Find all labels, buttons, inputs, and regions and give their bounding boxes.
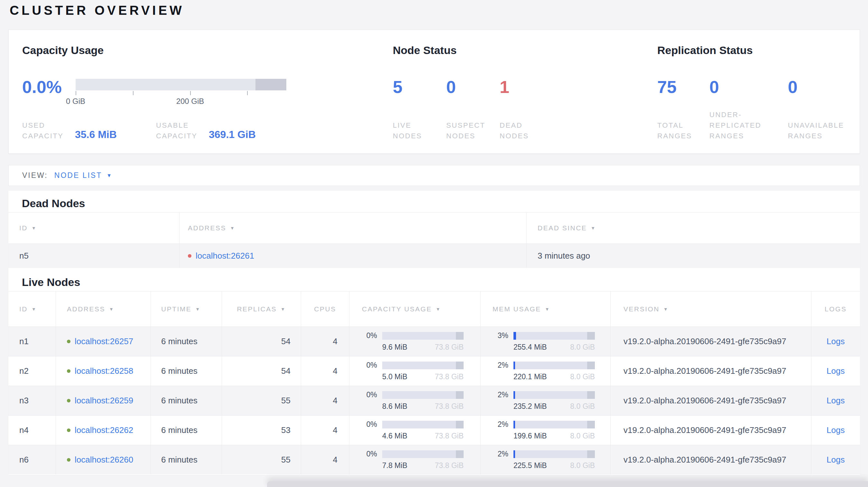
node-address-cell: localhost:26258 (56, 356, 151, 386)
capacity-usage-cell: 0% 4.6 MiB 73.8 GiB (349, 416, 480, 445)
dead-node-dot-icon (188, 254, 191, 258)
sort-desc-icon: ▼ (32, 226, 37, 231)
memory-used-value: 220.1 MiB (514, 372, 547, 381)
node-address-link[interactable]: localhost:26259 (75, 396, 133, 405)
uptime-cell: 6 minutes (151, 386, 222, 415)
node-address-link[interactable]: localhost:26260 (75, 455, 133, 465)
bar-fill-segment (514, 332, 516, 340)
live-nodes-label: LIVE NODES (393, 110, 438, 141)
capacity-mini-bar (382, 332, 464, 340)
dead-since-cell: 3 minutes ago (527, 244, 860, 268)
sort-desc-icon: ▼ (195, 306, 200, 312)
memory-mini-bar (514, 421, 595, 428)
capacity-mini-bar (382, 450, 464, 458)
table-row: n3 localhost:26259 6 minutes 55 4 0% (8, 386, 860, 415)
replicas-cell: 55 (222, 445, 301, 475)
column-header-address[interactable]: ADDRESS▼ (180, 213, 527, 244)
memory-used-value: 255.4 MiB (514, 343, 547, 352)
live-node-dot-icon (67, 428, 70, 432)
mem-usage-cell: 2% 235.2 MiB 8.0 GiB (480, 386, 611, 415)
column-header-mem-usage[interactable]: MEM USAGE▼ (480, 291, 611, 326)
column-header-dead-since[interactable]: DEAD SINCE▼ (527, 213, 860, 244)
view-selector-bar: VIEW: NODE LIST ▼ (8, 165, 860, 186)
bar-reserved-segment (456, 332, 464, 340)
column-header-id[interactable]: ID▼ (8, 291, 56, 326)
usable-capacity-value: 369.1 GiB (209, 129, 256, 141)
bottom-panel-shadow (267, 481, 868, 487)
capacity-total-value: 73.8 GiB (435, 461, 464, 470)
live-node-dot-icon (67, 458, 70, 462)
replicas-cell: 54 (222, 356, 301, 386)
capacity-total-value: 73.8 GiB (435, 402, 464, 411)
view-dropdown[interactable]: NODE LIST (54, 171, 102, 180)
uptime-cell: 6 minutes (151, 356, 222, 386)
suspect-nodes-label: SUSPECT NODES (446, 110, 494, 141)
logs-link[interactable]: Logs (827, 336, 844, 347)
usable-capacity-label: USABLE CAPACITY (156, 120, 201, 141)
sort-desc-icon: ▼ (663, 306, 669, 312)
table-row: n1 localhost:26257 6 minutes 54 4 0% (8, 326, 860, 356)
column-header-address[interactable]: ADDRESS▼ (56, 291, 151, 326)
under-replicated-ranges-count: 0 (709, 78, 719, 96)
sort-desc-icon: ▼ (591, 226, 596, 231)
memory-percent: 2% (486, 361, 508, 369)
node-id-cell: n4 (8, 416, 56, 445)
node-address-link[interactable]: localhost:26261 (196, 251, 254, 261)
node-id-cell: n2 (8, 356, 56, 386)
node-address-link[interactable]: localhost:26257 (75, 336, 133, 347)
chevron-down-icon[interactable]: ▼ (106, 173, 112, 178)
replicas-cell: 55 (222, 386, 301, 415)
column-header-logs: LOGS (811, 291, 860, 326)
capacity-used-value: 4.6 MiB (382, 432, 407, 441)
table-row: n2 localhost:26258 6 minutes 54 4 0% (8, 356, 860, 386)
logs-link[interactable]: Logs (827, 425, 844, 435)
node-id-cell: n3 (8, 386, 56, 415)
memory-mini-bar (514, 332, 595, 340)
mem-usage-cell: 2% 225.5 MiB 8.0 GiB (480, 445, 611, 475)
capacity-usage-cell: 0% 5.0 MiB 73.8 GiB (349, 356, 480, 386)
memory-percent: 2% (486, 390, 508, 399)
node-address-link[interactable]: localhost:26262 (75, 425, 133, 435)
capacity-total-value: 73.8 GiB (435, 432, 464, 441)
logs-link[interactable]: Logs (827, 366, 844, 376)
column-header-capacity-usage[interactable]: CAPACITY USAGE▼ (349, 291, 480, 326)
version-cell: v19.2.0-alpha.20190606-2491-gfe735c9a97 (611, 386, 811, 415)
capacity-used-value: 7.8 MiB (382, 461, 407, 470)
cpus-cell: 4 (301, 416, 349, 445)
column-header-replicas[interactable]: REPLICAS▼ (222, 291, 301, 326)
capacity-mini-bar (382, 362, 464, 369)
overview-summary-card: Capacity Usage 0.0% 0 GiB 200 GiB USED C… (8, 30, 860, 154)
nodes-tables-card: Dead Nodes ID▼ ADDRESS▼ DEAD SINCE▼ n5 l… (8, 191, 860, 475)
logs-link[interactable]: Logs (827, 396, 844, 405)
cpus-cell: 4 (301, 445, 349, 475)
memory-percent: 3% (486, 331, 508, 340)
sort-desc-icon: ▼ (281, 306, 286, 312)
logs-link[interactable]: Logs (827, 455, 844, 465)
capacity-percent: 0% (354, 420, 377, 429)
capacity-percent: 0% (354, 331, 377, 340)
capacity-usage-bar (75, 79, 286, 90)
node-address-link[interactable]: localhost:26258 (75, 366, 133, 376)
under-replicated-ranges-label: UNDER-REPLICATED RANGES (709, 110, 771, 141)
memory-total-value: 8.0 GiB (570, 372, 595, 381)
unavailable-ranges-count: 0 (788, 78, 798, 96)
logs-cell: Logs (811, 445, 860, 475)
node-id-cell: n5 (8, 244, 180, 268)
memory-percent: 2% (486, 420, 508, 429)
column-header-id[interactable]: ID▼ (8, 213, 180, 244)
axis-tick (247, 91, 248, 95)
bar-fill-segment (514, 421, 515, 428)
capacity-bar-reserved-segment (255, 79, 286, 90)
column-header-version[interactable]: VERSION▼ (611, 291, 811, 326)
bar-reserved-segment (587, 391, 595, 399)
node-address-cell: localhost:26261 (180, 244, 527, 268)
node-status-heading: Node Status (393, 44, 457, 57)
capacity-usage-cell: 0% 9.6 MiB 73.8 GiB (349, 327, 480, 356)
memory-used-value: 225.5 MiB (514, 461, 547, 470)
memory-mini-bar (514, 450, 595, 458)
used-capacity-stat: USED CAPACITY 35.6 MiB (22, 110, 117, 141)
table-row: n6 localhost:26260 6 minutes 55 4 0% (8, 445, 860, 475)
axis-tick (75, 91, 76, 95)
memory-total-value: 8.0 GiB (570, 461, 595, 470)
column-header-uptime[interactable]: UPTIME▼ (151, 291, 222, 326)
